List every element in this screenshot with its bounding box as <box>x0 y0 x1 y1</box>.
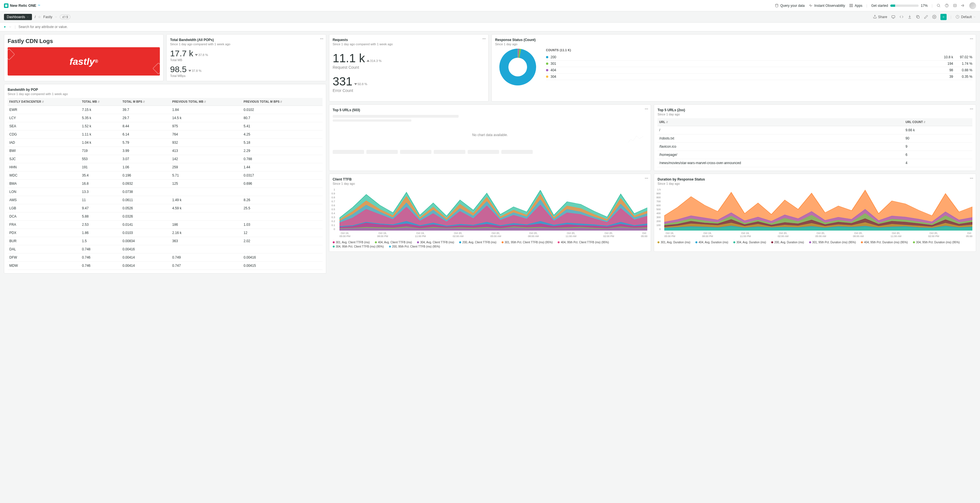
card-menu-icon[interactable]: ⋯ <box>645 107 648 111</box>
search-icon[interactable] <box>936 3 941 8</box>
table-row[interactable]: PDX1.860.01032.16 k12 <box>8 229 323 237</box>
table-row[interactable]: HHN1911.062591.44 <box>8 163 323 172</box>
share-button[interactable]: Share <box>873 15 887 19</box>
legend-item[interactable]: 301, Avg. Duration (ms) <box>657 241 690 244</box>
legend-item[interactable]: 304, 95th Pct. Duration (ms) (95%) <box>913 241 960 244</box>
table-header[interactable]: PREVIOUS TOTAL M BPS⇵ <box>242 98 323 106</box>
table-row[interactable]: BMA16.80.09321250.696 <box>8 180 323 188</box>
card-menu-icon[interactable]: ⋯ <box>970 107 974 111</box>
legend-item[interactable]: 404, 95th Pct. Duration (ms) (95%) <box>861 241 908 244</box>
settings-icon[interactable] <box>932 15 936 19</box>
response-status-card: ⋯ Response Status (Count) Since 1 day ag… <box>492 34 976 102</box>
code-icon[interactable] <box>899 15 904 19</box>
response-status-legend: COUNTS (11.1 K) 200 10.8 k 97.02 % 301 1… <box>546 49 972 86</box>
legend-item[interactable]: 404, Avg. Client TTFB (ms) <box>375 241 412 244</box>
table-row[interactable]: LCY5.35 k29.714.5 k80.7 <box>8 114 323 122</box>
legend-row[interactable]: 200 10.8 k 97.02 % <box>546 54 972 60</box>
svg-rect-4 <box>851 6 853 7</box>
table-row[interactable]: BUR1.50.008343632.02 <box>8 237 323 245</box>
legend-row[interactable]: 301 194 1.74 % <box>546 60 972 67</box>
legend-item[interactable]: 200, Avg. Duration (ms) <box>771 241 804 244</box>
legend-item[interactable]: 200, Avg. Client TTFB (ms) <box>459 241 496 244</box>
announce-icon[interactable] <box>961 3 965 8</box>
query-data-link[interactable]: Query your data <box>775 3 805 8</box>
table-row[interactable]: FRA2.530.01411861.03 <box>8 221 323 229</box>
table-row[interactable]: IAD1.04 k5.799325.18 <box>8 138 323 147</box>
help-icon[interactable] <box>945 3 949 8</box>
legend-dot-icon <box>546 69 548 71</box>
table-header[interactable]: PREVIOUS TOTAL MB⇵ <box>170 98 242 106</box>
instant-observability-link[interactable]: Instant Observability <box>808 3 845 8</box>
chevron-down-icon[interactable] <box>55 16 57 18</box>
table-row[interactable]: CDG1.11 k6.147644.25 <box>8 131 323 138</box>
progress-bar <box>890 5 919 7</box>
error-count-value: 331 <box>333 75 353 88</box>
legend-row[interactable]: 404 98 0.88 % <box>546 67 972 73</box>
table-header[interactable]: TOTAL MB⇵ <box>80 98 121 106</box>
breadcrumb-name[interactable]: Fastly <box>43 15 52 19</box>
tags-pill[interactable]: 🏷 9 <box>60 15 70 19</box>
table-header[interactable]: URL COUNT⇵ <box>904 118 972 126</box>
legend-item[interactable]: 301, 95th Pct. Duration (ms) (95%) <box>809 241 856 244</box>
table-header[interactable]: FASTLY DATACENTER⇵ <box>8 98 80 106</box>
tv-mode-icon[interactable] <box>891 15 896 19</box>
legend-dot-icon <box>546 76 548 78</box>
table-row[interactable]: DAL0.7480.00416 <box>8 245 323 253</box>
error-count-delta: 50.8 % <box>354 82 367 86</box>
chevron-down-icon[interactable] <box>8 25 12 29</box>
table-row[interactable]: /robots.txt90 <box>657 134 972 143</box>
table-row[interactable]: /homepage/6 <box>657 151 972 159</box>
table-row[interactable]: BWI7193.994132.29 <box>8 147 323 155</box>
request-count-label: Request Count <box>333 65 485 70</box>
table-row[interactable]: AMS110.06111.49 k8.26 <box>8 196 323 204</box>
table-row[interactable]: EWR7.15 k39.71.840.0102 <box>8 106 323 114</box>
card-title: Client TTFB <box>333 177 648 181</box>
apps-link[interactable]: Apps <box>849 3 862 8</box>
legend-item[interactable]: 304, 95th Pct. Client TTFB (ms) (95%) <box>333 245 384 248</box>
table-row[interactable]: SEA1.52 k8.449755.41 <box>8 122 323 131</box>
table-row[interactable]: SJC5533.071420.788 <box>8 155 323 163</box>
legend-dot-icon <box>389 245 391 248</box>
card-menu-icon[interactable]: ⋯ <box>482 37 486 41</box>
card-subtitle: Since 1 day ago compared with 1 week ago <box>8 92 323 96</box>
copy-icon[interactable] <box>916 15 920 19</box>
legend-count: 10.8 k <box>936 55 953 59</box>
legend-item[interactable]: 304, Avg. Duration (ms) <box>733 241 766 244</box>
table-header[interactable]: URL⇵ <box>657 118 904 126</box>
time-picker[interactable]: Default <box>955 15 976 19</box>
fastly-brand-logo: fastly® <box>8 47 160 76</box>
card-menu-icon[interactable]: ⋯ <box>320 37 324 41</box>
legend-item[interactable]: 404, Avg. Duration (ms) <box>695 241 728 244</box>
favorite-star-icon[interactable]: ☆ <box>38 15 41 19</box>
table-row[interactable]: DCA5.880.0326 <box>8 212 323 221</box>
legend-dot-icon <box>546 56 548 58</box>
table-row[interactable]: LON13.30.0738 <box>8 188 323 196</box>
table-row[interactable]: DFW0.7460.004140.7490.00416 <box>8 253 323 262</box>
search-input[interactable] <box>18 25 976 29</box>
table-header[interactable]: TOTAL M BPS⇵ <box>121 98 170 106</box>
dashboards-dropdown[interactable]: Dashboards <box>4 14 32 20</box>
brand-logo[interactable]: New Relic ONE ™ <box>4 3 40 8</box>
legend-item[interactable]: 200, 95th Pct. Client TTFB (ms) (95%) <box>389 245 440 248</box>
legend-item[interactable]: 301, Avg. Client TTFB (ms) <box>333 241 370 244</box>
download-icon[interactable] <box>908 15 912 19</box>
legend-item[interactable]: 301, 95th Pct. Client TTFB (ms) (95%) <box>501 241 553 244</box>
legend-item[interactable]: 304, Avg. Client TTFB (ms) <box>417 241 454 244</box>
legend-item[interactable]: 404, 95th Pct. Client TTFB (ms) (95%) <box>558 241 609 244</box>
card-menu-icon[interactable]: ⋯ <box>970 37 974 41</box>
table-row[interactable]: /favicon.ico9 <box>657 143 972 151</box>
share-app-icon[interactable] <box>953 3 957 8</box>
table-row[interactable]: WDC35.40.1965.710.0317 <box>8 172 323 180</box>
card-menu-icon[interactable]: ⋯ <box>970 176 974 180</box>
table-row[interactable]: /9.66 k <box>657 126 972 134</box>
legend-row[interactable]: 304 39 0.35 % <box>546 73 972 80</box>
add-widget-button[interactable] <box>940 14 947 20</box>
table-row[interactable]: /news/movies/star-wars-marvel-cross-over… <box>657 159 972 167</box>
user-avatar[interactable] <box>969 2 976 9</box>
card-menu-icon[interactable]: ⋯ <box>645 176 648 180</box>
edit-icon[interactable] <box>924 15 928 19</box>
table-row[interactable]: LGB9.470.05264.59 k25.5 <box>8 204 323 212</box>
funnel-icon[interactable]: ▾ <box>4 25 6 29</box>
table-row[interactable]: MDW0.7460.004140.7470.00415 <box>8 262 323 270</box>
get-started-progress[interactable]: Get started 17% <box>871 4 928 8</box>
